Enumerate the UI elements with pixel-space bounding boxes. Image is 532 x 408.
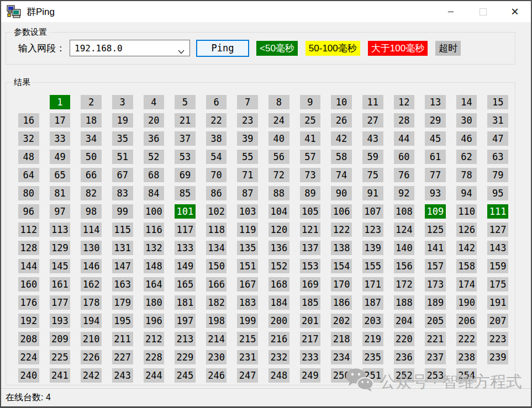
network-computers-icon	[7, 4, 22, 19]
ip-cell: 132	[144, 241, 165, 255]
ip-cell: 175	[487, 277, 508, 292]
ip-cell: 166	[206, 277, 227, 292]
ip-cell: 211	[112, 332, 133, 346]
ip-cell: 164	[144, 277, 165, 292]
ip-cell: 51	[112, 150, 133, 164]
ip-cell: 196	[144, 314, 165, 328]
minimize-button[interactable]: ─	[435, 1, 467, 22]
ip-cell: 48	[18, 150, 39, 164]
ip-cell: 38	[206, 131, 227, 146]
ip-cell: 43	[362, 131, 383, 146]
ip-cell: 238	[456, 350, 477, 364]
ip-cell-online: 111	[487, 204, 508, 219]
ip-cell: 154	[331, 259, 352, 273]
ip-cell: 250	[331, 368, 352, 383]
params-group-label: 参数设置	[12, 27, 49, 38]
maximize-button[interactable]	[467, 1, 499, 22]
ip-cell: 225	[50, 350, 71, 364]
ip-cell: 2	[81, 95, 102, 109]
ip-cell: 213	[175, 332, 196, 346]
ip-cell: 32	[18, 131, 39, 146]
ip-cell: 142	[456, 241, 477, 255]
ip-cell: 74	[331, 168, 352, 182]
ip-cell: 198	[206, 314, 227, 328]
ip-cell: 202	[331, 314, 352, 328]
ip-cell-online: 101	[175, 204, 196, 219]
ip-cell: 190	[456, 295, 477, 310]
ip-cell: 173	[425, 277, 446, 292]
ip-cell: 60	[394, 150, 415, 164]
ip-cell: 58	[331, 150, 352, 164]
ip-cell: 174	[456, 277, 477, 292]
ip-cell: 234	[331, 350, 352, 364]
ping-button[interactable]: Ping	[196, 40, 249, 57]
ip-cell: 177	[50, 295, 71, 310]
ip-cell: 129	[50, 241, 71, 255]
ip-cell: 167	[237, 277, 258, 292]
ip-cell: 41	[300, 131, 321, 146]
ip-cell: 119	[237, 222, 258, 237]
ip-cell: 141	[425, 241, 446, 255]
close-button[interactable]: ×	[499, 1, 531, 22]
ip-cell: 233	[300, 350, 321, 364]
network-segment-combobox[interactable]: 192.168.0	[70, 40, 190, 56]
ip-cell: 133	[175, 241, 196, 255]
ip-cell: 40	[268, 131, 289, 146]
ip-cell: 147	[112, 259, 133, 273]
ip-cell: 99	[112, 204, 133, 219]
ip-cell: 86	[206, 186, 227, 200]
ip-cell: 206	[456, 314, 477, 328]
ip-cell: 205	[425, 314, 446, 328]
ip-cell: 187	[362, 295, 383, 310]
ip-cell: 149	[175, 259, 196, 273]
ip-cell: 178	[81, 295, 102, 310]
ip-cell: 36	[144, 131, 165, 146]
ip-cell: 88	[268, 186, 289, 200]
network-segment-label: 输入网段：	[18, 42, 65, 55]
ip-cell: 34	[81, 131, 102, 146]
ip-cell: 5	[175, 95, 196, 109]
ip-cell: 172	[394, 277, 415, 292]
window-title: 群Ping	[27, 6, 55, 18]
ip-cell: 232	[268, 350, 289, 364]
ip-cell: 143	[487, 241, 508, 255]
ip-cell: 37	[175, 131, 196, 146]
ip-cell: 199	[237, 314, 258, 328]
ip-cell: 171	[362, 277, 383, 292]
grid-spacer	[18, 95, 39, 109]
ip-cell: 23	[237, 113, 258, 128]
ip-cell: 122	[331, 222, 352, 237]
ip-cell: 4	[144, 95, 165, 109]
ip-cell: 192	[18, 314, 39, 328]
ip-cell: 253	[425, 368, 446, 383]
ip-cell: 193	[50, 314, 71, 328]
ip-cell: 249	[300, 368, 321, 383]
ip-cell: 214	[206, 332, 227, 346]
ip-cell: 35	[112, 131, 133, 146]
ip-cell: 56	[268, 150, 289, 164]
ip-cell: 45	[425, 131, 446, 146]
ip-cell: 116	[144, 222, 165, 237]
ip-cell: 64	[18, 168, 39, 182]
ip-cell: 120	[268, 222, 289, 237]
ip-cell: 200	[268, 314, 289, 328]
ip-cell: 82	[81, 186, 102, 200]
ip-cell: 123	[362, 222, 383, 237]
ip-cell: 49	[50, 150, 71, 164]
ip-cell: 245	[175, 368, 196, 383]
ip-cell: 163	[112, 277, 133, 292]
ip-cell: 108	[394, 204, 415, 219]
ip-cell: 191	[487, 295, 508, 310]
ip-cell: 67	[112, 168, 133, 182]
ip-cell: 185	[300, 295, 321, 310]
ip-cell: 241	[50, 368, 71, 383]
online-count-text: 在线台数: 4	[6, 392, 51, 404]
ip-cell: 220	[394, 332, 415, 346]
ip-cell: 30	[456, 113, 477, 128]
ip-cell: 118	[206, 222, 227, 237]
network-segment-value: 192.168.0	[75, 43, 123, 54]
title-bar: 群Ping ─ ×	[1, 1, 531, 22]
ip-cell: 229	[175, 350, 196, 364]
ip-cell: 11	[362, 95, 383, 109]
ip-cell: 251	[362, 368, 383, 383]
